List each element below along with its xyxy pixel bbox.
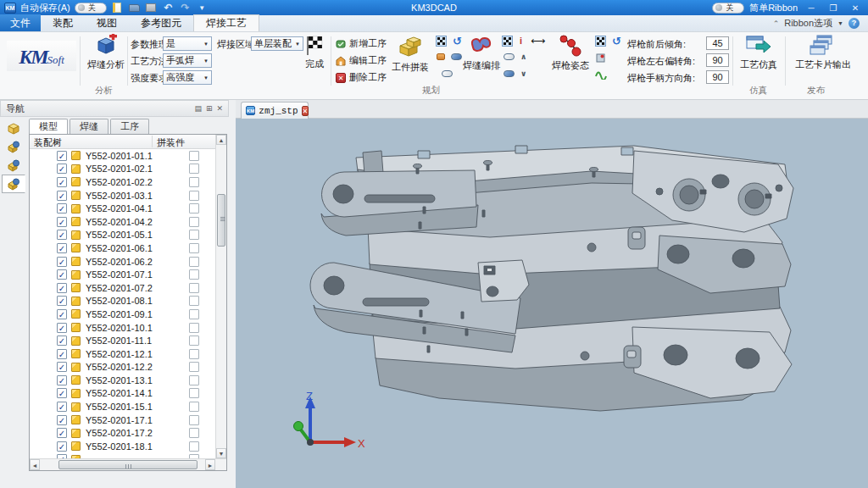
visibility-checkbox-checked[interactable]: ✓ — [57, 388, 67, 398]
weld-region-select[interactable]: 单层装配 ▼ — [251, 36, 303, 51]
tab-view[interactable]: 视图 — [85, 14, 129, 31]
tree-row[interactable]: ✓Y552-0201-11.1 — [30, 334, 215, 347]
edit-step-button[interactable]: 编辑工序 — [336, 53, 387, 68]
tree-row[interactable]: ✓Y552-0201-14.1 — [30, 387, 215, 401]
hscroll-thumb[interactable] — [58, 460, 198, 469]
help-icon[interactable]: ? — [849, 18, 860, 29]
assembly-checkbox-unchecked[interactable] — [189, 441, 199, 452]
weld-analysis-button[interactable]: 焊缝分析 — [83, 34, 129, 71]
new-file-button[interactable] — [111, 2, 124, 14]
assembly-checkbox-unchecked[interactable] — [189, 269, 199, 280]
tree-row[interactable]: ✓Y552-0201-07.1 — [30, 268, 215, 281]
tree-row[interactable]: ✓Y552-0201-07.2 — [30, 281, 215, 295]
viewport-3d[interactable]: Z X — [236, 119, 868, 488]
assembly-checkbox-unchecked[interactable] — [189, 296, 199, 306]
assembly-checkbox-unchecked[interactable] — [189, 217, 199, 227]
mini-flag-button[interactable] — [595, 36, 606, 47]
weld-path-button[interactable] — [595, 69, 607, 80]
tree-row[interactable]: ✓Y552-0201-03.1 — [30, 189, 215, 202]
visibility-checkbox-checked[interactable]: ✓ — [57, 217, 67, 227]
tree-row[interactable]: ✓Y552-0201-05.1 — [30, 229, 215, 242]
part-bit-button[interactable] — [437, 53, 445, 60]
part-label[interactable]: Y552-0201-11.1 — [86, 336, 152, 346]
torch-pose-button[interactable]: 焊枪姿态 — [549, 34, 592, 72]
visibility-checkbox-checked[interactable]: ✓ — [57, 269, 67, 280]
quick-access-more-button[interactable]: ▼ — [196, 2, 209, 14]
tab-reference[interactable]: 参考图元 — [129, 14, 193, 31]
assembly-checkbox-unchecked[interactable] — [189, 402, 199, 412]
assembly-checkbox-unchecked[interactable] — [189, 323, 199, 333]
part-label[interactable]: Y552-0201-15.1 — [86, 402, 153, 412]
document-tab[interactable]: KM zmj_stp ✕ — [241, 102, 309, 119]
redo-button[interactable]: ↷ — [179, 2, 192, 14]
part-label[interactable]: Y552-0201-06.1 — [86, 243, 153, 253]
part-label[interactable]: Y552-0201-02.1 — [86, 164, 153, 174]
assembly-checkbox-unchecked[interactable] — [189, 230, 199, 240]
undo-button[interactable]: ↶ — [162, 2, 175, 14]
visibility-checkbox-checked[interactable]: ✓ — [57, 257, 67, 267]
visibility-checkbox-checked[interactable]: ✓ — [57, 428, 67, 438]
vscroll-thumb[interactable] — [217, 194, 225, 247]
info-marker-button[interactable]: i — [520, 36, 522, 46]
process-method-select[interactable]: 手弧焊 ▼ — [163, 53, 212, 68]
model-view-button-selected[interactable] — [2, 175, 25, 193]
measure-button[interactable]: ⟷ — [531, 35, 545, 47]
torch-angle-fb-input[interactable]: 45 — [706, 36, 729, 50]
assembly-checkbox-unchecked[interactable] — [189, 388, 199, 398]
ribbon-options-button[interactable]: Ribbon选项 — [784, 17, 832, 30]
capsule-white-button[interactable] — [442, 70, 453, 77]
part-label[interactable]: Y552-0201-02.2 — [86, 177, 153, 187]
finish-button[interactable]: 完成 — [302, 36, 327, 70]
visibility-checkbox-checked[interactable]: ✓ — [57, 191, 67, 201]
visibility-checkbox-checked[interactable]: ✓ — [57, 243, 67, 253]
torch-angle-handle-input[interactable]: 90 — [706, 70, 729, 84]
panel-menu-icon[interactable]: ▤ — [194, 104, 202, 113]
maximize-button[interactable]: ❐ — [825, 2, 842, 14]
visibility-checkbox-checked[interactable]: ✓ — [57, 441, 67, 452]
save-button[interactable] — [145, 2, 158, 14]
model-view-button[interactable] — [2, 137, 25, 156]
model-view-button[interactable] — [2, 156, 25, 175]
move-up-button[interactable]: ∧ — [520, 53, 526, 61]
tab-process[interactable]: 工序 — [110, 119, 149, 134]
part-label[interactable]: Y552-0201-07.2 — [86, 283, 153, 293]
mini-flag-button[interactable] — [502, 36, 513, 47]
capsule-blue-button[interactable] — [504, 70, 515, 77]
wireframe-cube-button[interactable] — [2, 119, 25, 137]
close-button[interactable]: ✕ — [847, 2, 864, 14]
tree-row[interactable]: ✓Y552-0201-18.1 — [30, 440, 215, 453]
move-down-button[interactable]: ∨ — [520, 69, 526, 78]
tree-row[interactable]: ✓Y552-0201-15.1 — [30, 400, 215, 413]
scroll-down-icon[interactable]: ▼ — [216, 448, 226, 458]
rotate-button[interactable]: ↺ — [612, 35, 621, 47]
part-label[interactable]: Y552-0201-08.1 — [86, 296, 153, 306]
part-label[interactable]: Y552-0201-14.1 — [86, 388, 153, 398]
tree-row[interactable]: ✓Y552-0201-04.2 — [30, 215, 215, 229]
part-label[interactable]: Y552-0201-06.2 — [86, 257, 153, 267]
visibility-checkbox-checked[interactable]: ✓ — [57, 336, 67, 346]
assembly-checkbox-unchecked[interactable] — [189, 375, 199, 385]
horizontal-scrollbar[interactable]: ◄ ► — [30, 458, 226, 470]
visibility-checkbox-checked[interactable]: ✓ — [57, 402, 67, 412]
add-step-button[interactable]: 新增工序 — [336, 36, 387, 51]
scroll-up-icon[interactable]: ▲ — [216, 135, 226, 145]
assembly-checkbox-unchecked[interactable] — [189, 203, 199, 214]
part-label[interactable]: Y552-0201-04.1 — [86, 203, 153, 214]
tree-row[interactable]: ✓Y552-0201-04.1 — [30, 202, 215, 215]
part-label[interactable]: Y552-0201-18.1 — [86, 441, 153, 452]
part-label[interactable]: Y552-0201-09.1 — [86, 309, 153, 319]
torch-angle-lr-input[interactable]: 90 — [706, 53, 729, 67]
part-label[interactable]: Y552-0201-12.2 — [86, 362, 153, 372]
tree-row[interactable]: ✓Y552-0201-17.2 — [30, 426, 215, 440]
visibility-checkbox-checked[interactable]: ✓ — [57, 296, 67, 306]
app-icon[interactable]: KM — [4, 3, 16, 14]
assembly-checkbox-unchecked[interactable] — [189, 336, 199, 346]
tab-welding-process[interactable]: 焊接工艺 — [193, 14, 259, 31]
part-label[interactable]: Y552-0201-17.1 — [86, 415, 153, 425]
process-card-output-button[interactable]: 工艺卡片输出 — [790, 34, 856, 71]
capsule-white-button[interactable] — [504, 53, 515, 60]
part-label[interactable]: Y552-0201-12.1 — [86, 349, 153, 359]
scroll-left-icon[interactable]: ◄ — [30, 459, 40, 470]
assembly-checkbox-unchecked[interactable] — [189, 415, 199, 425]
assembly-checkbox-unchecked[interactable] — [189, 257, 199, 267]
